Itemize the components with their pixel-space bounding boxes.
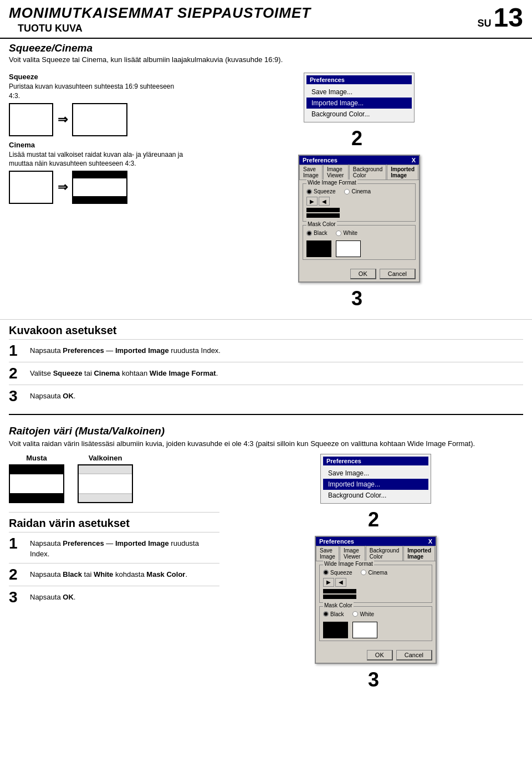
cinema-section: Cinema Lisää mustat tai valkoiset raidat… [9, 141, 186, 204]
cinema-radio-label-2: Cinema [368, 570, 387, 576]
color-demo-area: Musta Valkoinen [9, 454, 219, 503]
black-radio-dot-2 [323, 611, 329, 617]
step3-text-1: Napsauta OK. [30, 388, 75, 402]
dialog-cancel-1[interactable]: Cancel [380, 269, 416, 279]
black-bar-1b [306, 213, 340, 218]
tab-imported-image-1[interactable]: Imported Image [387, 165, 418, 180]
squeeze-radio-label-2: Squeeze [330, 570, 352, 576]
squeeze-radio-dot-2 [323, 570, 329, 575]
step1-text-1: Napsauta Preferences — Imported Image ru… [30, 343, 221, 356]
valkoinen-demo: Valkoinen [78, 454, 133, 503]
wide-format-radio-row-2: Squeeze Cinema [323, 570, 428, 576]
left-panel: Squeeze Puristaa kuvan kuvasuhteen suhte… [9, 73, 186, 310]
cinema-radio-label-1: Cinema [351, 188, 370, 194]
arrow-btn-left-2[interactable]: ◀ [335, 578, 346, 587]
mask-color-label-2: Mask Color [323, 602, 354, 608]
mask-color-group-2: Mask Color Black White [319, 606, 432, 641]
tab-image-viewer-2[interactable]: Image Viewer [340, 546, 365, 561]
arrow-icons-1: ▶ ◀ [306, 197, 412, 206]
dialog-ok-2[interactable]: OK [367, 650, 393, 660]
badge-2-bottom: 2 [368, 508, 383, 531]
steps-section-1: Kuvakoon asetukset 1 Napsauta Preference… [0, 319, 532, 407]
squeeze-before-box [9, 103, 53, 136]
black-radio-label-2: Black [330, 611, 344, 617]
arrow-btn-right-1[interactable]: ▶ [306, 197, 318, 206]
page-subtitle: TUOTU KUVA [9, 22, 311, 35]
tab-imported-image-2[interactable]: Imported Image [403, 546, 435, 561]
wide-image-format-group-1: Wide Image Format Squeeze Cinema ▶ [303, 183, 416, 222]
squeeze-radio-label-1: Squeeze [314, 188, 335, 194]
wide-format-radio-row-1: Squeeze Cinema [306, 188, 412, 194]
valkoinen-bar-top [79, 465, 132, 474]
cinema-radio-1[interactable]: Cinema [344, 188, 370, 194]
white-radio-label-2: White [360, 611, 374, 617]
step3-num-1: 3 [9, 388, 24, 404]
dialog-body-2: Wide Image Format Squeeze Cinema ▶ [316, 561, 436, 648]
cinema-bar-bottom [73, 196, 126, 203]
mask-color-radio-row-1: Black White [306, 230, 412, 236]
dialog-title-2: Preferences X [316, 537, 436, 546]
prefs-menu-imported-2[interactable]: Imported Image... [323, 479, 428, 490]
bottom-left: Musta Valkoinen Raidan värin asetukset 1 [9, 454, 219, 692]
section2-heading: Raitojen väri (Musta/Valkoinen) [0, 422, 532, 438]
section2-intro: Voit valita raidan värin lisätessäsi alb… [0, 438, 532, 454]
cinema-label: Cinema [9, 141, 186, 149]
wide-format-label-1: Wide Image Format [306, 180, 357, 186]
step3-row-2: 3 Napsauta OK. [9, 586, 219, 608]
prefs-menu-imported-1[interactable]: Imported Image... [306, 98, 412, 109]
steps2-heading: Raidan värin asetukset [9, 517, 219, 530]
arrow-btn-left-1[interactable]: ◀ [319, 197, 330, 206]
tab-image-viewer-1[interactable]: Image Viewer [323, 165, 349, 180]
step1-row-2: 1 Napsauta Preferences — Imported Image … [9, 532, 219, 563]
black-radio-label-1: Black [314, 230, 327, 236]
wide-image-format-group-2: Wide Image Format Squeeze Cinema ▶ [319, 565, 432, 603]
tab-save-image-1[interactable]: Save Image [299, 165, 323, 180]
dialog-buttons-1: OK Cancel [299, 267, 419, 281]
tab-save-image-2[interactable]: Save Image [316, 546, 339, 561]
right-panel-top: Preferences Save Image... Imported Image… [195, 73, 523, 310]
black-bar-2a [323, 589, 356, 593]
musta-bar-bottom [10, 493, 63, 502]
cinema-radio-dot-1 [344, 189, 350, 194]
dialog-box-2: Preferences X Save Image Image Viewer Ba… [315, 536, 437, 664]
prefs-menu-save-2[interactable]: Save Image... [323, 468, 428, 479]
mask-color-label-1: Mask Color [306, 221, 337, 227]
cinema-radio-2[interactable]: Cinema [361, 570, 387, 576]
badge-2-top: 2 [351, 127, 367, 150]
step2-row-1: 2 Valitse Squeeze tai Cinema kohtaan Wid… [9, 362, 523, 385]
musta-box [9, 464, 64, 503]
steps1-heading: Kuvakoon asetukset [9, 324, 523, 337]
page-number-area: SU 13 [478, 4, 523, 31]
dialog-close-2[interactable]: X [428, 538, 432, 545]
page-title-main: MONIMUTKAISEMMAT SIEPPAUSTOIMET [9, 4, 311, 22]
cinema-arrow: ⇒ [58, 180, 68, 194]
prefs-panel-2: Preferences Save Image... Imported Image… [320, 454, 431, 504]
step2-row-2: 2 Napsauta Black tai White kohdasta Mask… [9, 563, 219, 586]
page-number: 13 [494, 4, 523, 31]
tab-bg-color-1[interactable]: Background Color [349, 165, 386, 180]
badge-3-bottom: 3 [368, 668, 383, 692]
prefs-menu-bg-1[interactable]: Background Color... [306, 109, 412, 120]
white-radio-2[interactable]: White [352, 611, 374, 617]
prefs-menu-save-1[interactable]: Save Image... [306, 86, 412, 98]
dialog-cancel-2[interactable]: Cancel [396, 650, 432, 660]
arrow-btn-right-2[interactable]: ▶ [323, 578, 334, 587]
tab-bg-color-2[interactable]: Background Color [366, 546, 403, 561]
dialog-close-1[interactable]: X [412, 157, 416, 163]
dialog-tabs-1: Save Image Image Viewer Background Color… [299, 165, 419, 180]
black-radio-2[interactable]: Black [323, 611, 344, 617]
step3-row-1: 3 Napsauta OK. [9, 385, 523, 407]
white-radio-1[interactable]: White [336, 230, 357, 236]
valkoinen-bar-bottom [79, 493, 132, 502]
steps-section-2: Raidan värin asetukset 1 Napsauta Prefer… [9, 512, 219, 608]
cinema-bar-top [73, 172, 126, 178]
dialog-title-label-1: Preferences [303, 157, 337, 163]
squeeze-arrow: ⇒ [58, 112, 68, 127]
squeeze-radio-2[interactable]: Squeeze [323, 570, 352, 576]
squeeze-radio-1[interactable]: Squeeze [306, 188, 335, 194]
prefs-menu-bg-2[interactable]: Background Color... [323, 490, 428, 501]
section2-content: Musta Valkoinen Raidan värin asetukset 1 [0, 454, 532, 692]
dialog-ok-1[interactable]: OK [350, 269, 376, 279]
prefs-title-1: Preferences [306, 75, 412, 84]
black-radio-1[interactable]: Black [306, 230, 327, 236]
